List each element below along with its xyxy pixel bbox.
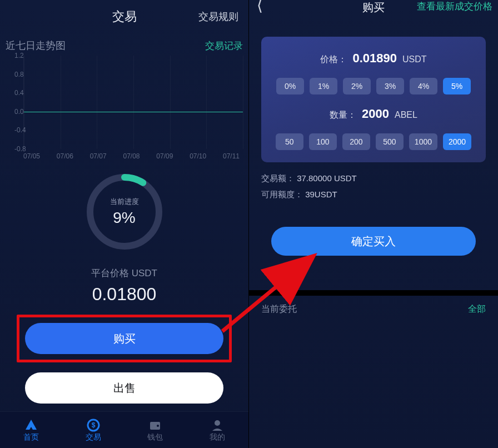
available-value: 39USDT (305, 190, 337, 199)
buy-button-highlight: 购买 (17, 315, 232, 362)
trade-icon: $ (86, 418, 101, 432)
svg-text:$: $ (91, 421, 95, 429)
trade-amount-label: 交易额： (261, 173, 295, 183)
orders-header: 当前委托 全部 (249, 296, 498, 323)
quantity-value: 2000 (362, 107, 389, 121)
nav-mine-label: 我的 (210, 432, 225, 442)
quantity-chip[interactable]: 50 (276, 133, 303, 150)
platform-price-label: 平台价格 USDT (0, 267, 248, 280)
trade-amount-value: 37.80000 USDT (297, 173, 357, 183)
quantity-row: 数量： 2000 ABEL (271, 107, 476, 121)
available-line: 可用额度： 39USDT (261, 190, 486, 200)
quantity-chips: 5010020050010002000 (271, 133, 476, 150)
quantity-chip[interactable]: 1000 (409, 133, 437, 150)
platform-price-value: 0.01800 (0, 284, 248, 305)
info-lines: 交易额： 37.80000 USDT 可用额度： 39USDT (261, 173, 486, 200)
orders-all-link[interactable]: 全部 (468, 303, 486, 315)
y-tick-label: 0.0 (14, 108, 24, 116)
price-row: 价格： 0.01890 USDT (271, 51, 476, 66)
quantity-chip[interactable]: 500 (376, 133, 404, 150)
orders-label: 当前委托 (261, 303, 297, 315)
quantity-chip[interactable]: 100 (309, 133, 337, 150)
sell-button[interactable]: 出售 (25, 372, 223, 404)
x-tick-label: 07/10 (190, 152, 206, 160)
back-icon[interactable]: ⟨ (257, 0, 263, 11)
quantity-chip[interactable]: 200 (342, 133, 370, 150)
trade-amount-line: 交易额： 37.80000 USDT (261, 173, 486, 184)
percentage-chip[interactable]: 2% (343, 78, 371, 94)
price-label: 价格： (320, 54, 347, 66)
confirm-buy-button[interactable]: 确定买入 (271, 227, 476, 256)
nav-wallet-label: 钱包 (147, 432, 163, 442)
order-card: 价格： 0.01890 USDT 0%1%2%3%4%5% 数量： 2000 A… (261, 37, 486, 162)
gauge-percent: 9% (113, 209, 135, 227)
trend-chart: 1.20.80.40.0-0.4-0.8 07/0507/0607/0707/0… (0, 56, 248, 160)
bottom-nav: 首页 $ 交易 钱包 我的 (0, 411, 248, 448)
gauge-label: 当前进度 (110, 197, 139, 207)
trade-screen: 交易 交易规则 近七日走势图 交易记录 1.20.80.40.0-0.4-0.8… (0, 0, 249, 448)
y-tick-label: 0.4 (14, 89, 24, 97)
nav-home[interactable]: 首页 (23, 418, 39, 442)
trade-log-link[interactable]: 交易记录 (205, 39, 243, 52)
home-icon (24, 418, 38, 432)
available-label: 可用额度： (261, 190, 303, 199)
buy-screen: ⟨ 购买 查看最新成交价格 价格： 0.01890 USDT 0%1%2%3%4… (249, 0, 498, 448)
quantity-unit: ABEL (395, 110, 417, 120)
page-title: 交易 (112, 8, 137, 25)
percentage-chip[interactable]: 4% (410, 78, 437, 94)
x-tick-label: 07/09 (156, 152, 173, 160)
y-tick-label: 1.2 (14, 52, 24, 59)
nav-wallet[interactable]: 钱包 (147, 418, 163, 442)
trend-title: 近七日走势图 (6, 39, 66, 52)
percentage-chip[interactable]: 0% (276, 78, 304, 94)
nav-trade-label: 交易 (86, 432, 101, 442)
page-title: 购买 (362, 0, 385, 15)
nav-mine[interactable]: 我的 (210, 418, 225, 442)
nav-home-label: 首页 (23, 432, 39, 442)
quantity-label: 数量： (330, 109, 356, 121)
percentage-chip[interactable]: 5% (443, 78, 471, 94)
buy-button[interactable]: 购买 (25, 323, 223, 354)
y-tick-label: 0.8 (14, 71, 24, 78)
percentage-chip[interactable]: 3% (376, 78, 404, 94)
latest-price-link[interactable]: 查看最新成交价格 (417, 0, 492, 13)
x-tick-label: 07/06 (57, 152, 73, 160)
quantity-chip[interactable]: 2000 (443, 133, 471, 150)
trend-line (24, 112, 243, 112)
price-unit: USDT (402, 54, 427, 64)
svg-point-6 (215, 420, 220, 426)
nav-trade[interactable]: $ 交易 (86, 418, 101, 442)
section-divider (249, 290, 498, 296)
percentage-chip[interactable]: 1% (310, 78, 337, 94)
x-tick-label: 07/05 (23, 152, 40, 160)
x-tick-label: 07/07 (90, 152, 107, 160)
x-tick-label: 07/08 (123, 152, 140, 160)
header: ⟨ 购买 查看最新成交价格 (249, 0, 498, 23)
x-tick-label: 07/11 (223, 152, 240, 160)
person-icon (210, 418, 225, 432)
trade-rules-link[interactable]: 交易规则 (198, 10, 238, 23)
wallet-icon (148, 418, 162, 432)
trend-header-row: 近七日走势图 交易记录 (0, 33, 248, 56)
header: 交易 交易规则 (0, 0, 248, 33)
svg-point-5 (157, 425, 159, 427)
price-value: 0.01890 (352, 51, 397, 66)
progress-gauge: 当前进度 9% (0, 170, 248, 253)
percentage-chips: 0%1%2%3%4%5% (271, 78, 476, 94)
